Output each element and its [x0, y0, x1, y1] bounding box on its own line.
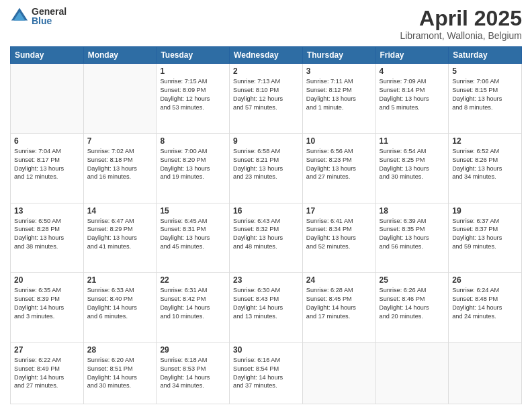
title-block: April 2025 Libramont, Wallonia, Belgium: [400, 7, 522, 41]
day-number: 15: [160, 206, 226, 216]
table-row: 18Sunrise: 6:39 AM Sunset: 8:35 PM Dayli…: [375, 203, 449, 273]
cell-content: Sunrise: 6:22 AM Sunset: 8:49 PM Dayligh…: [14, 356, 80, 391]
table-row: [302, 342, 375, 404]
table-row: 4Sunrise: 7:09 AM Sunset: 8:14 PM Daylig…: [375, 64, 449, 134]
cell-content: Sunrise: 7:11 AM Sunset: 8:12 PM Dayligh…: [306, 77, 372, 112]
cell-content: Sunrise: 7:15 AM Sunset: 8:09 PM Dayligh…: [160, 77, 226, 112]
month-title: April 2025: [400, 7, 522, 30]
day-number: 22: [160, 275, 226, 285]
day-number: 4: [380, 66, 445, 76]
table-row: 19Sunrise: 6:37 AM Sunset: 8:37 PM Dayli…: [449, 203, 522, 273]
table-row: [449, 342, 522, 404]
cell-content: Sunrise: 6:31 AM Sunset: 8:42 PM Dayligh…: [160, 286, 226, 321]
calendar-table: Sunday Monday Tuesday Wednesday Thursday…: [10, 46, 522, 404]
table-row: 21Sunrise: 6:33 AM Sunset: 8:40 PM Dayli…: [83, 273, 157, 342]
day-number: 2: [233, 66, 299, 76]
cell-content: Sunrise: 6:54 AM Sunset: 8:25 PM Dayligh…: [380, 147, 445, 182]
logo: General Blue: [10, 7, 66, 26]
day-number: 11: [380, 136, 445, 146]
table-row: 17Sunrise: 6:41 AM Sunset: 8:34 PM Dayli…: [302, 203, 375, 273]
table-row: 12Sunrise: 6:52 AM Sunset: 8:26 PM Dayli…: [449, 133, 522, 203]
table-row: 5Sunrise: 7:06 AM Sunset: 8:15 PM Daylig…: [449, 64, 522, 134]
cell-content: Sunrise: 6:16 AM Sunset: 8:54 PM Dayligh…: [233, 356, 299, 391]
day-number: 23: [233, 275, 299, 285]
calendar-week-row: 27Sunrise: 6:22 AM Sunset: 8:49 PM Dayli…: [11, 342, 522, 404]
location-title: Libramont, Wallonia, Belgium: [400, 30, 522, 41]
col-tuesday: Tuesday: [157, 47, 230, 64]
table-row: 10Sunrise: 6:56 AM Sunset: 8:23 PM Dayli…: [302, 133, 375, 203]
table-row: 22Sunrise: 6:31 AM Sunset: 8:42 PM Dayli…: [157, 273, 230, 342]
table-row: 27Sunrise: 6:22 AM Sunset: 8:49 PM Dayli…: [11, 342, 84, 404]
cell-content: Sunrise: 6:39 AM Sunset: 8:35 PM Dayligh…: [380, 217, 445, 252]
calendar-week-row: 20Sunrise: 6:35 AM Sunset: 8:39 PM Dayli…: [11, 273, 522, 342]
table-row: 28Sunrise: 6:20 AM Sunset: 8:51 PM Dayli…: [83, 342, 157, 404]
cell-content: Sunrise: 7:06 AM Sunset: 8:15 PM Dayligh…: [452, 77, 518, 112]
table-row: 23Sunrise: 6:30 AM Sunset: 8:43 PM Dayli…: [230, 273, 303, 342]
logo-blue-label: Blue: [32, 16, 66, 26]
cell-content: Sunrise: 7:04 AM Sunset: 8:17 PM Dayligh…: [14, 147, 80, 182]
day-number: 7: [87, 136, 153, 146]
cell-content: Sunrise: 6:45 AM Sunset: 8:31 PM Dayligh…: [160, 217, 226, 252]
day-number: 9: [233, 136, 299, 146]
table-row: 25Sunrise: 6:26 AM Sunset: 8:46 PM Dayli…: [375, 273, 449, 342]
cell-content: Sunrise: 6:41 AM Sunset: 8:34 PM Dayligh…: [306, 217, 372, 252]
table-row: 24Sunrise: 6:28 AM Sunset: 8:45 PM Dayli…: [302, 273, 375, 342]
table-row: 11Sunrise: 6:54 AM Sunset: 8:25 PM Dayli…: [375, 133, 449, 203]
cell-content: Sunrise: 6:47 AM Sunset: 8:29 PM Dayligh…: [87, 217, 153, 252]
table-row: 15Sunrise: 6:45 AM Sunset: 8:31 PM Dayli…: [157, 203, 230, 273]
calendar-week-row: 1Sunrise: 7:15 AM Sunset: 8:09 PM Daylig…: [11, 64, 522, 134]
day-number: 14: [87, 206, 153, 216]
table-row: 9Sunrise: 6:58 AM Sunset: 8:21 PM Daylig…: [230, 133, 303, 203]
table-row: 29Sunrise: 6:18 AM Sunset: 8:53 PM Dayli…: [157, 342, 230, 404]
col-monday: Monday: [83, 47, 157, 64]
cell-content: Sunrise: 6:50 AM Sunset: 8:28 PM Dayligh…: [14, 217, 80, 252]
table-row: 26Sunrise: 6:24 AM Sunset: 8:48 PM Dayli…: [449, 273, 522, 342]
cell-content: Sunrise: 6:37 AM Sunset: 8:37 PM Dayligh…: [452, 217, 518, 252]
calendar-week-row: 13Sunrise: 6:50 AM Sunset: 8:28 PM Dayli…: [11, 203, 522, 273]
day-number: 28: [87, 345, 153, 355]
day-number: 20: [14, 275, 80, 285]
cell-content: Sunrise: 6:56 AM Sunset: 8:23 PM Dayligh…: [306, 147, 372, 182]
cell-content: Sunrise: 7:13 AM Sunset: 8:10 PM Dayligh…: [233, 77, 299, 112]
day-number: 30: [233, 345, 299, 355]
day-number: 17: [306, 206, 372, 216]
page: General Blue April 2025 Libramont, Wallo…: [0, 0, 532, 411]
cell-content: Sunrise: 6:35 AM Sunset: 8:39 PM Dayligh…: [14, 286, 80, 321]
table-row: 20Sunrise: 6:35 AM Sunset: 8:39 PM Dayli…: [11, 273, 84, 342]
day-number: 25: [380, 275, 445, 285]
logo-text: General Blue: [32, 7, 66, 26]
cell-content: Sunrise: 6:26 AM Sunset: 8:46 PM Dayligh…: [380, 286, 445, 321]
cell-content: Sunrise: 7:09 AM Sunset: 8:14 PM Dayligh…: [380, 77, 445, 112]
cell-content: Sunrise: 6:20 AM Sunset: 8:51 PM Dayligh…: [87, 356, 153, 391]
day-number: 3: [306, 66, 372, 76]
col-friday: Friday: [375, 47, 449, 64]
table-row: 30Sunrise: 6:16 AM Sunset: 8:54 PM Dayli…: [230, 342, 303, 404]
day-number: 10: [306, 136, 372, 146]
table-row: 8Sunrise: 7:00 AM Sunset: 8:20 PM Daylig…: [157, 133, 230, 203]
table-row: 16Sunrise: 6:43 AM Sunset: 8:32 PM Dayli…: [230, 203, 303, 273]
table-row: [11, 64, 84, 134]
day-number: 13: [14, 206, 80, 216]
table-row: 13Sunrise: 6:50 AM Sunset: 8:28 PM Dayli…: [11, 203, 84, 273]
day-number: 27: [14, 345, 80, 355]
header: General Blue April 2025 Libramont, Wallo…: [10, 7, 522, 41]
cell-content: Sunrise: 6:43 AM Sunset: 8:32 PM Dayligh…: [233, 217, 299, 252]
cell-content: Sunrise: 6:28 AM Sunset: 8:45 PM Dayligh…: [306, 286, 372, 321]
cell-content: Sunrise: 6:52 AM Sunset: 8:26 PM Dayligh…: [452, 147, 518, 182]
day-number: 24: [306, 275, 372, 285]
day-number: 6: [14, 136, 80, 146]
calendar-header-row: Sunday Monday Tuesday Wednesday Thursday…: [11, 47, 522, 64]
logo-icon: [10, 7, 29, 26]
col-wednesday: Wednesday: [230, 47, 303, 64]
table-row: [375, 342, 449, 404]
day-number: 19: [452, 206, 518, 216]
cell-content: Sunrise: 6:30 AM Sunset: 8:43 PM Dayligh…: [233, 286, 299, 321]
cell-content: Sunrise: 6:24 AM Sunset: 8:48 PM Dayligh…: [452, 286, 518, 321]
table-row: 6Sunrise: 7:04 AM Sunset: 8:17 PM Daylig…: [11, 133, 84, 203]
table-row: [83, 64, 157, 134]
day-number: 16: [233, 206, 299, 216]
cell-content: Sunrise: 6:18 AM Sunset: 8:53 PM Dayligh…: [160, 356, 226, 391]
day-number: 5: [452, 66, 518, 76]
cell-content: Sunrise: 6:33 AM Sunset: 8:40 PM Dayligh…: [87, 286, 153, 321]
cell-content: Sunrise: 7:02 AM Sunset: 8:18 PM Dayligh…: [87, 147, 153, 182]
